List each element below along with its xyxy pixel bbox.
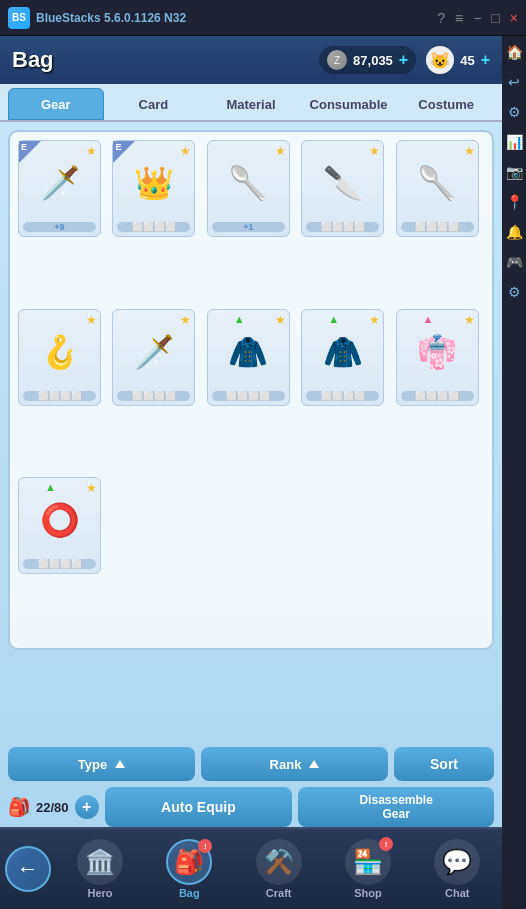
bag-nav-label: Bag	[179, 887, 200, 899]
bag-badge: !	[198, 839, 212, 853]
item-slot-5[interactable]: ★ 🥄 ⬜⬜⬜⬜	[396, 140, 479, 237]
craft-label: Craft	[266, 887, 292, 899]
filter-row: Type Rank Sort	[8, 747, 494, 781]
fav-star-10: ★	[464, 313, 475, 327]
type-filter-button[interactable]: Type	[8, 747, 195, 781]
help-icon[interactable]: ?	[437, 10, 445, 26]
upgrade-arrow-8: ▲	[234, 313, 245, 325]
item-slot-10[interactable]: ★ ▲ 👘 ⬜⬜⬜⬜	[396, 309, 479, 406]
item-slot-11[interactable]: ★ ▲ ⭕ ⬜⬜⬜⬜	[18, 477, 101, 574]
capacity-text: 22/80	[36, 800, 69, 815]
notification-sidebar-icon[interactable]: 🔔	[506, 224, 523, 240]
shop-label: Shop	[354, 887, 382, 899]
back-button[interactable]: ←	[5, 846, 51, 892]
nav-chat[interactable]: 💬 Chat	[417, 839, 497, 899]
craft-icon-wrap: ⚒️	[256, 839, 302, 885]
upgrade-arrow-11: ▲	[45, 481, 56, 493]
nav-craft[interactable]: ⚒️ Craft	[239, 839, 319, 899]
disassemble-button[interactable]: DisassembleGear	[298, 787, 494, 827]
nav-bag[interactable]: 🎒 ! Bag	[149, 839, 229, 899]
nav-shop[interactable]: 🏪 ! Shop	[328, 839, 408, 899]
nav-hero[interactable]: 🏛️ Hero	[60, 839, 140, 899]
item-slot-7[interactable]: ★ 🗡️ ⬜⬜⬜⬜	[112, 309, 195, 406]
item-slot-6[interactable]: ★ 🪝 ⬜⬜⬜⬜	[18, 309, 101, 406]
game-area: Bag Z 87,035 + 😺 45 + Gear Card Material…	[0, 36, 502, 909]
item-stars-4: ⬜⬜⬜⬜	[306, 222, 379, 232]
gear-sidebar-icon[interactable]: ⚙	[508, 284, 521, 300]
hero-icon-wrap: 🏛️	[77, 839, 123, 885]
minimize-icon[interactable]: −	[473, 10, 481, 26]
menu-icon[interactable]: ≡	[455, 10, 463, 26]
item-img-8: 🧥	[222, 326, 274, 378]
fav-star-9: ★	[369, 313, 380, 327]
type-triangle-icon	[115, 760, 125, 768]
shop-icon-wrap: 🏪 !	[345, 839, 391, 885]
capacity-plus-button[interactable]: +	[75, 795, 99, 819]
item-img-9: 🧥	[317, 326, 369, 378]
rank-filter-button[interactable]: Rank	[201, 747, 388, 781]
tab-consumable[interactable]: Consumable	[301, 88, 397, 120]
settings-sidebar-icon[interactable]: ⚙	[508, 104, 521, 120]
tab-material[interactable]: Material	[203, 88, 299, 120]
home-sidebar-icon[interactable]: 🏠	[506, 44, 523, 60]
upgrade-arrow-10: ▲	[423, 313, 434, 325]
type-label: Type	[78, 757, 107, 772]
bottom-nav: ← 🏛️ Hero 🎒 ! Bag ⚒️ Craft 🏪 ! Shop 💬 Ch…	[0, 827, 502, 909]
right-sidebar: 🏠 ↩ ⚙ 📊 📷 📍 🔔 🎮 ⚙	[502, 36, 526, 909]
fav-star-1: ★	[86, 144, 97, 158]
bag-icon: 🎒	[8, 796, 30, 818]
item-img-1: 🗡️	[34, 157, 86, 209]
shop-badge: !	[379, 837, 393, 851]
bag-icon-wrap: 🎒 !	[166, 839, 212, 885]
fav-star-11: ★	[86, 481, 97, 495]
item-img-2: 👑	[128, 157, 180, 209]
item-stars-10: ⬜⬜⬜⬜	[401, 391, 474, 401]
bag-capacity: 🎒 22/80 +	[8, 795, 99, 819]
item-slot-2[interactable]: E ★ 👑 ⬜⬜⬜⬜	[112, 140, 195, 237]
currency-amount: 87,035	[353, 53, 393, 68]
item-slot-4[interactable]: ★ 🔪 ⬜⬜⬜⬜	[301, 140, 384, 237]
maximize-icon[interactable]: □	[491, 10, 499, 26]
rank-triangle-icon	[309, 760, 319, 768]
top-bar: Bag Z 87,035 + 😺 45 +	[0, 36, 502, 84]
fav-star-4: ★	[369, 144, 380, 158]
gamepad-sidebar-icon[interactable]: 🎮	[506, 254, 523, 270]
fav-star-6: ★	[86, 313, 97, 327]
item-img-3: 🥄	[222, 157, 274, 209]
currency-box: Z 87,035 +	[319, 46, 416, 74]
item-stars-9: ⬜⬜⬜⬜	[306, 391, 379, 401]
item-slot-9[interactable]: ★ ▲ 🧥 ⬜⬜⬜⬜	[301, 309, 384, 406]
tab-costume[interactable]: Costume	[398, 88, 494, 120]
stats-sidebar-icon[interactable]: 📊	[506, 134, 523, 150]
item-slot-3[interactable]: ★ 🥄 +1	[207, 140, 290, 237]
bottom-controls: Type Rank Sort 🎒 22/80 + Auto Equip Disa…	[0, 747, 502, 827]
auto-equip-button[interactable]: Auto Equip	[105, 787, 293, 827]
item-stars-3: +1	[212, 222, 285, 232]
item-img-11: ⭕	[34, 494, 86, 546]
item-img-6: 🪝	[34, 326, 86, 378]
currency-plus-button[interactable]: +	[399, 51, 408, 69]
back-sidebar-icon[interactable]: ↩	[508, 74, 520, 90]
chat-icon-wrap: 💬	[434, 839, 480, 885]
cat-plus-button[interactable]: +	[481, 51, 490, 69]
item-slot-1[interactable]: E ★ 🗡️ +9	[18, 140, 101, 237]
item-stars-8: ⬜⬜⬜⬜	[212, 391, 285, 401]
cat-box: 😺 45 +	[426, 46, 490, 74]
tab-gear[interactable]: Gear	[8, 88, 104, 120]
location-sidebar-icon[interactable]: 📍	[506, 194, 523, 210]
hero-label: Hero	[87, 887, 112, 899]
tab-card[interactable]: Card	[106, 88, 202, 120]
item-slot-8[interactable]: ★ ▲ 🧥 ⬜⬜⬜⬜	[207, 309, 290, 406]
cat-level: 45	[460, 53, 474, 68]
item-stars-1: +9	[23, 222, 96, 232]
sort-button[interactable]: Sort	[394, 747, 494, 781]
rank-e-text-1: E	[21, 142, 27, 152]
page-title: Bag	[12, 47, 309, 73]
close-icon[interactable]: ×	[510, 10, 518, 26]
fav-star-8: ★	[275, 313, 286, 327]
item-stars-7: ⬜⬜⬜⬜	[117, 391, 190, 401]
cat-icon: 😺	[426, 46, 454, 74]
item-img-10: 👘	[411, 326, 463, 378]
camera-sidebar-icon[interactable]: 📷	[506, 164, 523, 180]
rank-label: Rank	[270, 757, 302, 772]
